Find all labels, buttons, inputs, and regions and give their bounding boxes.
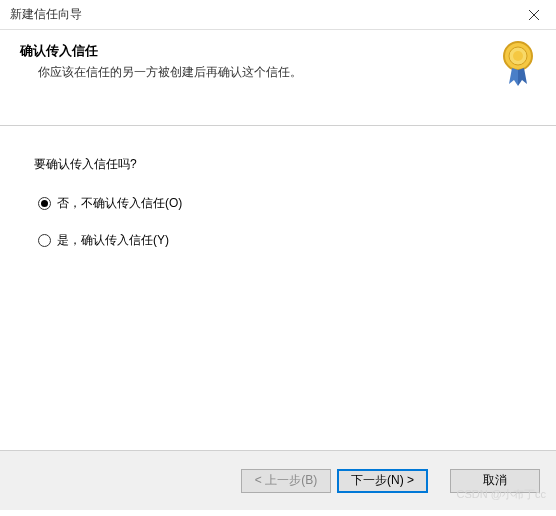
cancel-button[interactable]: 取消 bbox=[450, 469, 540, 493]
titlebar: 新建信任向导 bbox=[0, 0, 556, 30]
radio-option-yes[interactable]: 是，确认传入信任(Y) bbox=[38, 232, 522, 249]
back-button[interactable]: < 上一步(B) bbox=[241, 469, 331, 493]
svg-point-4 bbox=[513, 51, 523, 61]
radio-icon bbox=[38, 234, 51, 247]
wizard-header: 确认传入信任 你应该在信任的另一方被创建后再确认这个信任。 bbox=[0, 30, 556, 126]
radio-icon bbox=[38, 197, 51, 210]
question-text: 要确认传入信任吗? bbox=[34, 156, 522, 173]
badge-icon bbox=[498, 40, 538, 92]
next-button[interactable]: 下一步(N) > bbox=[337, 469, 428, 493]
page-description: 你应该在信任的另一方被创建后再确认这个信任。 bbox=[20, 64, 536, 81]
wizard-footer: < 上一步(B) 下一步(N) > 取消 bbox=[0, 450, 556, 510]
wizard-content: 要确认传入信任吗? 否，不确认传入信任(O) 是，确认传入信任(Y) bbox=[0, 126, 556, 450]
close-icon bbox=[529, 10, 539, 20]
close-button[interactable] bbox=[511, 0, 556, 30]
window-title: 新建信任向导 bbox=[10, 6, 82, 23]
radio-label-yes: 是，确认传入信任(Y) bbox=[57, 232, 169, 249]
page-title: 确认传入信任 bbox=[20, 42, 536, 60]
radio-group: 否，不确认传入信任(O) 是，确认传入信任(Y) bbox=[34, 195, 522, 249]
radio-option-no[interactable]: 否，不确认传入信任(O) bbox=[38, 195, 522, 212]
radio-label-no: 否，不确认传入信任(O) bbox=[57, 195, 182, 212]
